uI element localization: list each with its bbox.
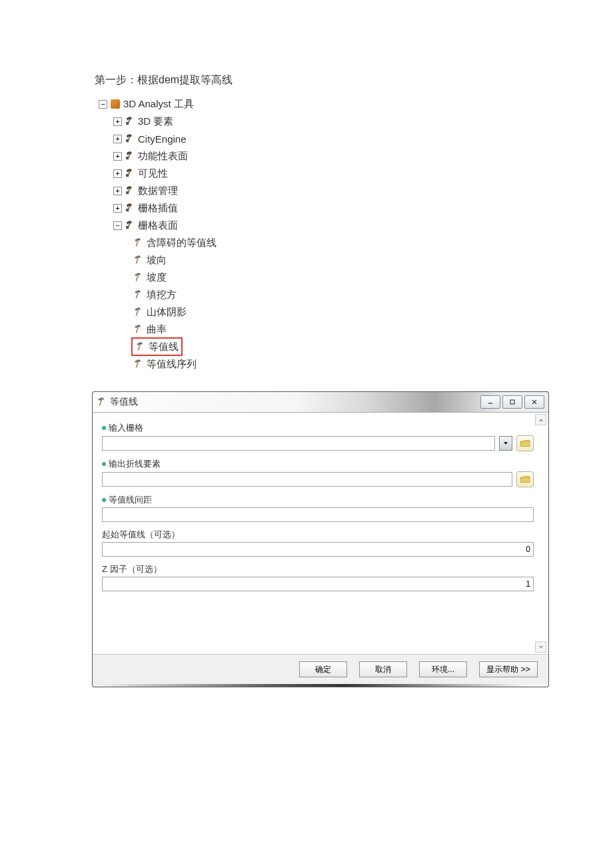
hammer-icon — [133, 237, 144, 248]
dialog-footer: 确定 取消 环境... 显示帮助 >> — [93, 654, 548, 684]
expander-icon[interactable]: + — [113, 187, 122, 195]
tree-label: 可见性 — [138, 167, 168, 180]
required-icon — [102, 426, 106, 430]
close-button[interactable] — [524, 395, 544, 409]
svg-rect-4 — [510, 400, 514, 404]
tool-label: 坡度 — [147, 271, 167, 284]
field-label-interval: 等值线间距 — [102, 494, 534, 506]
hammer-icon — [133, 272, 144, 283]
toolset-icon — [125, 151, 135, 161]
tool-label: 等值线 — [149, 341, 179, 353]
required-icon — [102, 462, 106, 466]
field-label-input-raster: 输入栅格 — [102, 422, 534, 434]
expander-icon[interactable]: + — [113, 152, 122, 161]
cancel-button[interactable]: 取消 — [359, 661, 407, 677]
tree-label: 3D 要素 — [138, 115, 173, 128]
expander-icon[interactable]: − — [113, 221, 122, 230]
svg-marker-9 — [539, 646, 543, 649]
tree-node[interactable]: + 栅格插值 — [113, 199, 520, 217]
tree-label: 栅格插值 — [138, 202, 178, 215]
tree-label: 功能性表面 — [138, 150, 188, 163]
tool-item[interactable]: 曲率 — [133, 321, 520, 338]
browse-button[interactable] — [516, 471, 534, 487]
expander-icon[interactable]: − — [99, 100, 107, 109]
scroll-down-button[interactable] — [535, 641, 546, 653]
toolset-icon — [125, 116, 135, 127]
tree-node[interactable]: + 3D 要素 — [113, 113, 520, 130]
toolset-icon — [125, 203, 135, 213]
tool-item[interactable]: 坡度 — [133, 269, 520, 286]
expander-icon[interactable]: + — [113, 117, 122, 126]
tree-label: 栅格表面 — [138, 219, 178, 232]
interval-field[interactable] — [102, 507, 534, 522]
tree-node[interactable]: + 数据管理 — [113, 182, 520, 199]
tool-label: 含障碍的等值线 — [147, 237, 217, 249]
field-label-zfactor: Z 因子（可选） — [102, 563, 534, 575]
toolbox-tree: − 3D Analyst 工具 + 3D 要素 + CityEngine + 功… — [99, 95, 520, 373]
tool-label: 坡向 — [147, 254, 167, 267]
hammer-icon — [133, 359, 144, 369]
output-polyline-field[interactable] — [102, 472, 512, 487]
hammer-icon — [133, 255, 144, 265]
maximize-button[interactable] — [502, 395, 522, 409]
input-raster-field[interactable] — [102, 436, 495, 451]
base-contour-field[interactable] — [102, 542, 534, 557]
tool-item[interactable]: 填挖方 — [133, 286, 520, 303]
hammer-icon — [133, 324, 144, 335]
toolbox-icon — [110, 99, 121, 109]
tree-label: 数据管理 — [138, 185, 178, 197]
minimize-button[interactable] — [480, 395, 500, 409]
tool-label: 等值线序列 — [147, 358, 197, 371]
tree-node-root[interactable]: − 3D Analyst 工具 — [99, 95, 520, 113]
dialog-shadow — [93, 684, 548, 687]
svg-marker-7 — [539, 419, 543, 421]
hammer-icon — [97, 397, 107, 407]
toolset-icon — [125, 185, 135, 196]
field-label-base: 起始等值线（可选） — [102, 529, 534, 541]
svg-marker-8 — [504, 442, 508, 445]
show-help-button[interactable]: 显示帮助 >> — [479, 661, 538, 677]
field-label-output-polyline: 输出折线要素 — [102, 458, 534, 470]
tree-label: 3D Analyst 工具 — [123, 98, 194, 111]
tree-label: CityEngine — [138, 133, 187, 145]
toolset-icon — [125, 220, 135, 231]
scroll-up-button[interactable] — [535, 414, 546, 425]
dialog-body: 输入栅格 输出折线要素 — [93, 413, 548, 654]
ok-button[interactable]: 确定 — [299, 661, 347, 677]
tool-label: 曲率 — [147, 323, 167, 336]
tool-item[interactable]: 坡向 — [133, 251, 520, 269]
tool-item[interactable]: 含障碍的等值线 — [133, 234, 520, 251]
tool-item[interactable]: 山体阴影 — [133, 303, 520, 321]
tool-label: 山体阴影 — [147, 306, 187, 319]
tool-label: 填挖方 — [147, 289, 177, 301]
expander-icon[interactable]: + — [113, 204, 122, 213]
tree-node[interactable]: + CityEngine — [113, 130, 520, 147]
tool-item[interactable]: 等值线序列 — [133, 355, 520, 373]
hammer-icon — [135, 341, 146, 352]
environments-button[interactable]: 环境... — [419, 661, 467, 677]
dropdown-button[interactable] — [499, 436, 512, 451]
tree-node-raster-surface[interactable]: − 栅格表面 — [113, 217, 520, 234]
dialog-title: 等值线 — [110, 396, 480, 408]
tool-item-contour[interactable]: 等值线 — [133, 338, 520, 355]
expander-icon[interactable]: + — [113, 135, 122, 143]
toolset-icon — [125, 168, 135, 179]
hammer-icon — [133, 289, 144, 300]
tree-node[interactable]: + 功能性表面 — [113, 147, 520, 165]
toolset-icon — [125, 133, 135, 144]
titlebar[interactable]: 等值线 — [93, 392, 548, 413]
required-icon — [102, 498, 106, 502]
contour-dialog: 等值线 输入栅格 — [92, 391, 549, 687]
z-factor-field[interactable] — [102, 577, 534, 591]
browse-button[interactable] — [516, 435, 534, 451]
step-heading: 第一步：根据dem提取等高线 — [95, 73, 520, 87]
expander-icon[interactable]: + — [113, 169, 122, 178]
hammer-icon — [133, 307, 144, 317]
highlight-annotation: 等值线 — [131, 337, 183, 356]
tree-node[interactable]: + 可见性 — [113, 165, 520, 182]
